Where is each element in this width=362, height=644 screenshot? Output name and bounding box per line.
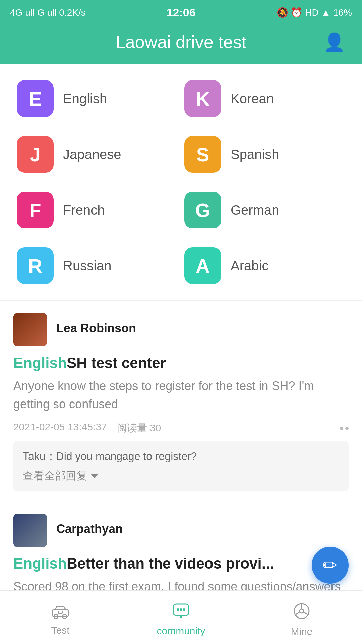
- post-footer-post1: 2021-02-05 13:45:37 阅读量 30: [13, 421, 349, 435]
- svg-point-9: [300, 609, 304, 613]
- lang-icon-english: E: [17, 80, 54, 117]
- post-author-post1: Lea Robinson: [56, 321, 349, 335]
- lang-item-arabic[interactable]: A Arabic: [181, 241, 349, 290]
- post-read-label: 阅读量 30: [117, 421, 161, 435]
- lang-label-russian: Russian: [63, 258, 112, 273]
- svg-point-5: [177, 608, 179, 611]
- dot1: [340, 427, 343, 430]
- svg-line-12: [304, 612, 308, 615]
- lang-icon-arabic: A: [184, 247, 221, 284]
- status-bar: 4G ull G ull 0.2K/s 12:06 🔕 ⏰ HD ▲ 16%: [0, 0, 362, 22]
- dot2: [345, 427, 349, 430]
- lang-item-french[interactable]: F French: [13, 185, 181, 234]
- lang-item-russian[interactable]: R Russian: [13, 241, 181, 290]
- lang-item-japanese[interactable]: J Japanese: [13, 130, 181, 179]
- status-right: 🔕 ⏰ HD ▲ 16%: [277, 7, 352, 18]
- nav-item-test[interactable]: Test: [0, 599, 121, 636]
- lang-item-german[interactable]: G German: [181, 185, 349, 234]
- test-icon: [52, 604, 69, 621]
- lang-item-english[interactable]: E English: [13, 74, 181, 123]
- post-avatar-post1: [13, 313, 47, 346]
- language-grid: E English K Korean J Japanese S Spanish …: [0, 64, 362, 300]
- post-body-post1: Anyone know the steps to register for th…: [13, 377, 349, 413]
- lang-item-korean[interactable]: K Korean: [181, 74, 349, 123]
- lang-label-spanish: Spanish: [231, 147, 279, 162]
- post-meta-post2: Carpathyan: [56, 522, 349, 539]
- post-avatar-post2: [13, 514, 47, 547]
- post-lang-tag: English: [13, 355, 67, 371]
- reply-box: Taku：Did you mangage to register? 查看全部回复: [13, 441, 349, 491]
- app-title: Laowai drive test: [116, 32, 246, 52]
- lang-icon-russian: R: [17, 247, 54, 284]
- post-author-post2: Carpathyan: [56, 522, 349, 536]
- lang-icon-german: G: [184, 192, 221, 228]
- community-icon: [172, 603, 190, 622]
- compose-icon: ✏: [323, 555, 338, 575]
- lang-item-spanish[interactable]: S Spanish: [181, 130, 349, 179]
- lang-label-korean: Korean: [231, 91, 274, 106]
- svg-rect-3: [58, 611, 62, 613]
- more-button[interactable]: [340, 427, 349, 430]
- post-title-post1: EnglishSH test center: [13, 353, 349, 372]
- lang-label-french: French: [63, 203, 105, 218]
- post-meta-post1: Lea Robinson: [56, 321, 349, 338]
- post-header-post2: Carpathyan: [13, 514, 349, 547]
- app-header: Laowai drive test 👤: [0, 22, 362, 64]
- system-icons: 🔕 ⏰ HD ▲ 16%: [277, 7, 352, 18]
- lang-icon-korean: K: [184, 80, 221, 117]
- status-left: 4G ull G ull 0.2K/s: [10, 7, 86, 18]
- bottom-nav: Test community Mine: [0, 590, 362, 644]
- status-time: 12:06: [167, 6, 196, 19]
- nav-label-mine: Mine: [291, 626, 312, 637]
- lang-icon-japanese: J: [17, 136, 54, 173]
- lang-label-arabic: Arabic: [231, 258, 268, 273]
- nav-item-community[interactable]: community: [121, 598, 241, 637]
- post-meta-info: 2021-02-05 13:45:37 阅读量 30: [13, 421, 161, 435]
- svg-point-7: [183, 608, 185, 611]
- nav-label-community: community: [157, 625, 205, 637]
- post-header-post1: Lea Robinson: [13, 313, 349, 346]
- signal-info: 4G ull G ull 0.2K/s: [10, 7, 86, 18]
- nav-label-test: Test: [51, 625, 69, 636]
- lang-icon-french: F: [17, 192, 54, 228]
- mine-icon: [293, 602, 310, 623]
- reply-text: Taku：Did you mangage to register?: [23, 449, 339, 464]
- lang-label-japanese: Japanese: [63, 147, 121, 162]
- post-card-post1[interactable]: Lea Robinson EnglishSH test center Anyon…: [0, 301, 362, 501]
- profile-icon[interactable]: 👤: [323, 32, 345, 52]
- lang-label-english: English: [63, 91, 107, 106]
- post-lang-tag: English: [13, 555, 67, 572]
- chevron-down-icon: [90, 474, 99, 478]
- nav-item-mine[interactable]: Mine: [241, 598, 362, 637]
- post-title-post2: EnglishBetter than the videos provi...: [13, 554, 349, 573]
- lang-label-german: German: [231, 203, 279, 218]
- compose-fab[interactable]: ✏: [312, 547, 349, 584]
- svg-point-6: [180, 608, 182, 611]
- svg-line-11: [296, 612, 300, 615]
- lang-icon-spanish: S: [184, 136, 221, 173]
- post-timestamp: 2021-02-05 13:45:37: [13, 421, 107, 435]
- expand-replies[interactable]: 查看全部回复: [23, 469, 339, 483]
- community-section: Lea Robinson EnglishSH test center Anyon…: [0, 300, 362, 632]
